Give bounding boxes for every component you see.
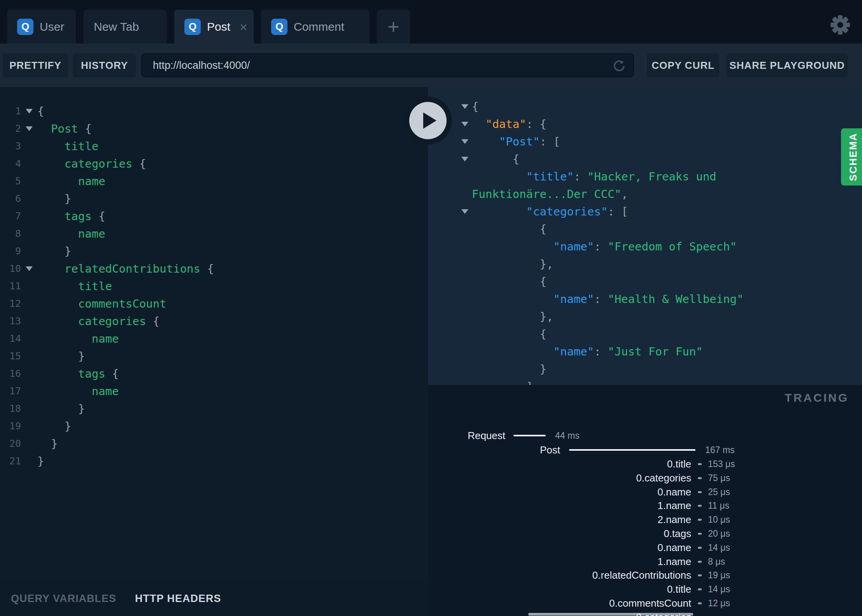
query-line: 18 }	[0, 400, 428, 417]
execute-button[interactable]	[404, 96, 452, 145]
line-number: 8	[0, 228, 21, 239]
line-number: 16	[0, 368, 21, 379]
reload-endpoint-icon[interactable]	[611, 58, 627, 73]
tracing-resolver-label: 0.title	[428, 457, 691, 471]
new-tab-button[interactable]: +	[377, 10, 410, 44]
query-badge-icon: Q	[271, 19, 287, 35]
query-line: 13 categories {	[0, 312, 428, 330]
line-number: 4	[0, 158, 21, 169]
response-code: "name": "Just For Fun"	[472, 345, 703, 358]
tracing-dash	[698, 491, 702, 493]
response-line: },	[428, 308, 862, 325]
tracing-dash	[698, 533, 702, 535]
fold-toggle[interactable]	[450, 209, 472, 214]
fold-toggle[interactable]	[450, 104, 472, 109]
line-number: 3	[0, 140, 21, 152]
response-viewer[interactable]: { "data": { "Post": [ { "title": "Hacker…	[428, 87, 862, 385]
history-button[interactable]: HISTORY	[73, 53, 136, 77]
query-code: categories {	[37, 157, 146, 170]
tracing-dash	[698, 505, 702, 507]
query-code: relatedContributions {	[37, 262, 214, 275]
line-number: 17	[0, 385, 21, 397]
tracing-duration-value: 25 μs	[708, 485, 730, 499]
query-code: name	[37, 385, 119, 398]
tracing-panel: TRACING Request44 msPost167 ms0.title153…	[428, 385, 862, 616]
response-line: }	[428, 360, 862, 378]
line-number: 21	[0, 455, 21, 467]
query-editor[interactable]: 1{2 Post {3 title4 categories {5 name6 }…	[0, 87, 428, 581]
endpoint-url-input[interactable]	[141, 53, 634, 77]
query-code: name	[37, 332, 119, 345]
response-code: }	[472, 362, 547, 376]
tab-label: New Tab	[94, 20, 139, 33]
tracing-duration-value: 8 μs	[708, 555, 725, 569]
line-number: 9	[0, 245, 21, 257]
tracing-duration-bar	[569, 449, 696, 451]
tracing-resolver-row: 0.relatedContributions19 μs	[428, 568, 862, 582]
tracing-dash	[698, 477, 702, 479]
tracing-dash	[698, 574, 702, 576]
line-number: 2	[0, 123, 21, 134]
response-line: "name": "Just For Fun"	[428, 343, 862, 360]
copy-curl-button[interactable]: COPY CURL	[647, 53, 719, 77]
response-code: "data": {	[472, 117, 547, 131]
tracing-resolver-label: 1.name	[428, 499, 691, 513]
query-code: name	[37, 227, 105, 240]
query-line: 9 }	[0, 242, 428, 260]
tab-new-tab[interactable]: New Tab	[84, 10, 166, 44]
fold-arrow-icon	[26, 266, 33, 271]
close-tab-icon[interactable]: ×	[240, 20, 247, 33]
tracing-resolver-label: 0.categories	[428, 471, 691, 485]
tracing-duration-value: 12 μs	[708, 596, 730, 610]
fold-toggle[interactable]	[450, 139, 472, 144]
query-line: 16 tags {	[0, 365, 428, 382]
tracing-resolver-label: 2.name	[428, 513, 691, 527]
query-code: Post {	[37, 122, 92, 135]
line-number: 7	[0, 210, 21, 222]
line-number: 1	[0, 105, 21, 117]
fold-toggle[interactable]	[21, 126, 37, 131]
tracing-dash	[698, 547, 702, 549]
tracing-resolver-row: 1.name11 μs	[428, 499, 862, 513]
share-playground-button[interactable]: SHARE PLAYGROUND	[727, 53, 848, 77]
fold-arrow-icon	[461, 104, 468, 109]
fold-toggle[interactable]	[21, 109, 37, 114]
endpoint-url-field	[141, 53, 634, 77]
fold-toggle[interactable]	[450, 122, 472, 126]
query-code: tags {	[37, 367, 119, 380]
tracing-resolver-row: 2.name10 μs	[428, 513, 862, 527]
tracing-dash	[698, 588, 702, 590]
settings-gear-icon[interactable]	[830, 14, 851, 35]
tab-comment[interactable]: QComment	[261, 10, 370, 44]
tracing-duration-value: 19 μs	[708, 568, 730, 582]
query-code: tags {	[37, 210, 105, 223]
query-line: 6 }	[0, 190, 428, 207]
query-line: 17 name	[0, 382, 428, 400]
http-headers-tab[interactable]: HTTP HEADERS	[135, 593, 221, 605]
tracing-resolver-row: 0.commentsCount12 μs	[428, 596, 862, 610]
tab-user[interactable]: QUser	[7, 10, 76, 44]
tracing-resolver-row: 0.title153 μs	[428, 457, 862, 471]
response-code: {	[472, 327, 547, 341]
fold-toggle[interactable]	[21, 266, 37, 271]
query-line: 4 categories {	[0, 155, 428, 172]
response-line: {	[428, 98, 862, 115]
tab-post[interactable]: QPost×	[174, 10, 254, 44]
prettify-button[interactable]: PRETTIFY	[3, 53, 68, 77]
line-number: 20	[0, 438, 21, 449]
line-number: 11	[0, 280, 21, 292]
line-number: 6	[0, 193, 21, 204]
tracing-title: TRACING	[785, 391, 849, 404]
query-line: 21}	[0, 452, 428, 470]
tracing-duration-value: 14 μs	[708, 582, 730, 596]
fold-toggle[interactable]	[450, 157, 472, 161]
fold-arrow-icon	[461, 157, 468, 161]
query-code: title	[37, 280, 112, 293]
response-code: "Post": [	[472, 135, 560, 148]
schema-tab[interactable]: SCHEMA	[841, 128, 862, 186]
response-line: {	[428, 273, 862, 290]
tracing-resolver-label: 0.relatedContributions	[428, 568, 691, 582]
query-variables-tab[interactable]: QUERY VARIABLES	[11, 593, 116, 605]
query-code: categories {	[37, 315, 159, 328]
response-code: {	[472, 275, 547, 288]
